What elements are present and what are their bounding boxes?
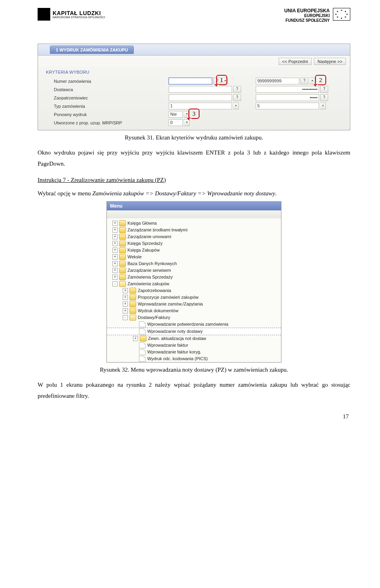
tree-item[interactable]: +Wprowadzanie zamów./Zapytania [107, 301, 281, 307]
paragraph-1: Okno wydruku pojawi się przy wyjściu prz… [38, 147, 350, 170]
tree-item-label: Księga Sprzedaży [127, 241, 163, 246]
file-icon [139, 328, 146, 334]
tree-item[interactable]: Wprowadzanie faktur koryg. [107, 349, 281, 355]
tree-item[interactable]: +Zewn. aktualizacja not dostaw [107, 335, 281, 342]
tree-item[interactable]: +Weksle [107, 254, 281, 260]
expand-icon[interactable]: + [112, 268, 118, 273]
folder-icon [129, 294, 136, 300]
folder-icon [119, 220, 126, 226]
menu-title: Menu [107, 202, 281, 210]
paragraph-2: Wybrać opcję w menu Zamówienia zakupów =… [38, 189, 350, 198]
callout-1: 1 [216, 75, 227, 85]
tree-item-label: Wprowadzanie faktur [147, 343, 188, 347]
dropdown-icon[interactable]: ▾ [233, 103, 239, 109]
tree-item[interactable]: +Księga Zakupów [107, 247, 281, 254]
label-utworzone-mrp: Utworzone z prop. uzup. MRP/SRP [46, 120, 169, 125]
expand-icon[interactable]: + [112, 227, 118, 233]
tree-item[interactable]: Wydruk odc. kodowania (PICS) [107, 355, 281, 362]
tree-item[interactable]: +Księga Sprzedaży [107, 240, 281, 247]
tree-item[interactable]: +Baza Danych Rynkowych [107, 260, 281, 267]
folder-icon [119, 261, 126, 267]
dropdown-icon[interactable]: ▾ [310, 78, 315, 84]
zaop-from-input[interactable] [169, 94, 232, 101]
nav-row: << Poprzedni Następne >> [38, 55, 350, 67]
tree-item[interactable]: +Zarządzanie serwisem [107, 267, 281, 274]
menu-toolbar [107, 210, 281, 218]
lookup-icon[interactable]: ? [233, 94, 241, 101]
tree-item[interactable]: -Dostawy/Faktury [107, 314, 281, 321]
lookup-icon[interactable]: ? [300, 78, 308, 84]
expand-icon[interactable]: + [112, 221, 118, 226]
expand-icon[interactable]: + [123, 302, 128, 307]
tree-item[interactable]: -Zamówienia zakupów [107, 281, 281, 287]
callout-2: 2 [315, 75, 326, 85]
heading-instruction-7: Instrukcja 7 - Zrealizowanie zamówienia … [38, 177, 350, 183]
numer-to-input[interactable]: 9999999999 [256, 78, 299, 84]
typ-from-input[interactable]: 1 [169, 103, 232, 109]
tree-item[interactable]: +Propozycje zamówień zakupów [107, 294, 281, 301]
tree-item-label: Zarządzanie środkami trwałymi [127, 227, 188, 232]
tree-item-label: Wydruk dokumentów [138, 308, 179, 313]
typ-to-input[interactable]: 5 [256, 103, 319, 109]
dostawca-from-input[interactable] [169, 86, 232, 93]
tree-item-label: Zewn. aktualizacja not dostaw [148, 336, 206, 341]
expand-icon[interactable]: + [112, 248, 118, 253]
tree-item-label: Zarządzanie umowami [127, 234, 171, 239]
logo-right-line2: EUROPEJSKI [284, 13, 330, 18]
tab-bar: 1 WYDRUK ZAMÓWIENIA ZAKUPU [38, 44, 350, 55]
paragraph-3: W polu 1 ekranu pokazanego na rysunku 2 … [38, 380, 350, 402]
tree-item[interactable]: +Zamówienia Sprzedaży [107, 274, 281, 281]
file-icon [139, 349, 146, 355]
expand-icon[interactable]: + [112, 241, 118, 246]
expand-icon[interactable]: + [112, 254, 118, 260]
screenshot-criteria-panel: 1 WYDRUK ZAMÓWIENIA ZAKUPU << Poprzedni … [38, 44, 350, 130]
lookup-icon[interactable]: ? [233, 86, 241, 93]
tree-item[interactable]: +Wydruk dokumentów [107, 307, 281, 314]
logo-right-line1: UNIA EUROPEJSKA [284, 8, 330, 13]
dropdown-icon[interactable]: ▾ [320, 103, 326, 109]
label-ponowny-wydruk: Ponowny wydruk [46, 112, 169, 117]
tree-item-label: Wydruk odc. kodowania (PICS) [147, 356, 208, 361]
menu-tree[interactable]: +Księga Główna+Zarządzanie środkami trwa… [107, 218, 281, 362]
caption-fig-31: Rysunek 31. Ekran kryteriów wydruku zamó… [38, 134, 350, 141]
tree-item[interactable]: Wprowadzanie noty dostawy [107, 328, 281, 335]
expand-icon[interactable]: + [112, 261, 118, 266]
ponowny-input[interactable]: Nie [169, 111, 183, 118]
numer-from-input[interactable] [169, 78, 212, 84]
lookup-icon[interactable]: ? [320, 86, 328, 93]
tree-item-label: Baza Danych Rynkowych [127, 261, 177, 266]
expand-icon[interactable]: + [133, 336, 138, 341]
collapse-icon[interactable]: - [112, 281, 118, 286]
utworzone-input[interactable]: 0 [169, 119, 183, 126]
folder-icon [119, 227, 126, 233]
tree-item-label: Zamówienia Sprzedaży [127, 275, 173, 279]
dostawca-to-input[interactable]: •••••••••• [256, 86, 319, 93]
tree-item[interactable]: Wprowadzanie potwierdzenia zamówienia [107, 321, 281, 328]
tree-item[interactable]: +Zarządzanie środkami trwałymi [107, 227, 281, 233]
tree-item[interactable]: +Zapotrzebowania [107, 287, 281, 294]
folder-open-icon [119, 281, 126, 287]
folder-icon [129, 288, 136, 294]
tree-item[interactable]: Wprowadzanie faktur [107, 342, 281, 349]
file-icon [139, 356, 146, 362]
tab-active[interactable]: 1 WYDRUK ZAMÓWIENIA ZAKUPU [50, 46, 134, 54]
prev-button[interactable]: << Poprzedni [279, 58, 312, 65]
label-numer-zamowienia: Numer zamówienia [46, 79, 169, 84]
next-button[interactable]: Następne >> [314, 58, 346, 65]
tree-item[interactable]: +Zarządzanie umowami [107, 233, 281, 240]
lookup-icon[interactable]: ? [320, 94, 328, 101]
folder-icon [119, 267, 126, 273]
zaop-to-input[interactable]: ••••• [256, 94, 319, 101]
expand-icon[interactable]: + [112, 234, 118, 239]
tree-item-label: Księga Główna [127, 221, 157, 225]
header-logos: KAPITAŁ LUDZKI NARODOWA STRATEGIA SPÓJNO… [38, 8, 350, 32]
expand-icon[interactable]: + [112, 275, 118, 280]
tree-item[interactable]: +Księga Główna [107, 220, 281, 227]
expand-icon[interactable]: + [123, 308, 128, 313]
expand-icon[interactable]: + [123, 295, 128, 300]
expand-icon[interactable]: + [123, 288, 128, 293]
folder-open-icon [129, 315, 136, 321]
collapse-icon[interactable]: - [123, 315, 128, 320]
spacer [133, 343, 137, 347]
folder-icon [119, 254, 126, 260]
